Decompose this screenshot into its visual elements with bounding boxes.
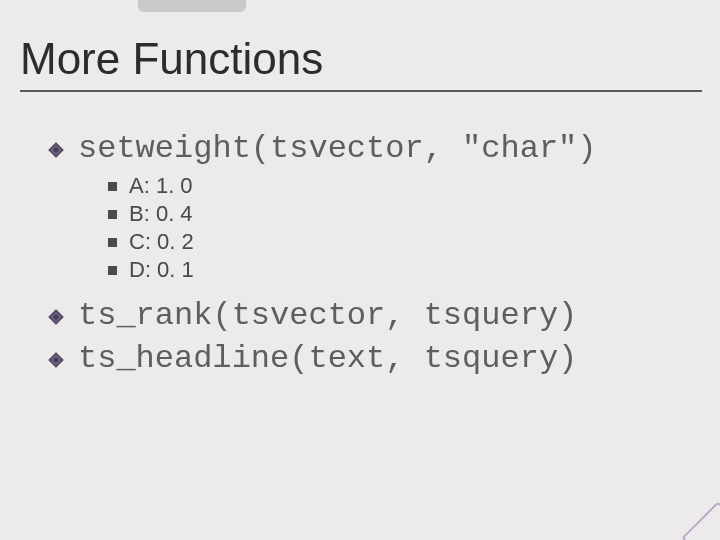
diamond-bullet-icon: [48, 142, 64, 158]
square-bullet-icon: [108, 210, 117, 219]
slide-body: setweight(tsvector, "char") A: 1. 0 B: 0…: [20, 130, 700, 377]
square-bullet-icon: [108, 266, 117, 275]
code-text: ts_headline(text, tsquery): [78, 340, 577, 377]
list-item: ts_rank(tsvector, tsquery): [48, 297, 700, 334]
list-item: B: 0. 4: [108, 201, 700, 227]
slide: More Functions setweight(tsvector, "char…: [0, 0, 720, 540]
list-item: setweight(tsvector, "char"): [48, 130, 700, 167]
corner-ornament-icon: [672, 492, 720, 540]
sub-text: C: 0. 2: [129, 229, 194, 255]
list-item: D: 0. 1: [108, 257, 700, 283]
title-block: More Functions: [20, 34, 700, 92]
list-item: ts_headline(text, tsquery): [48, 340, 700, 377]
sub-list: A: 1. 0 B: 0. 4 C: 0. 2 D: 0. 1: [108, 173, 700, 283]
code-text: ts_rank(tsvector, tsquery): [78, 297, 577, 334]
square-bullet-icon: [108, 182, 117, 191]
sub-text: D: 0. 1: [129, 257, 194, 283]
square-bullet-icon: [108, 238, 117, 247]
slide-title: More Functions: [20, 34, 700, 84]
diamond-bullet-icon: [48, 352, 64, 368]
sub-text: B: 0. 4: [129, 201, 193, 227]
code-text: setweight(tsvector, "char"): [78, 130, 596, 167]
list-item: A: 1. 0: [108, 173, 700, 199]
decorative-tab: [138, 0, 246, 12]
list-item: C: 0. 2: [108, 229, 700, 255]
title-underline: [20, 90, 702, 92]
diamond-bullet-icon: [48, 309, 64, 325]
sub-text: A: 1. 0: [129, 173, 193, 199]
